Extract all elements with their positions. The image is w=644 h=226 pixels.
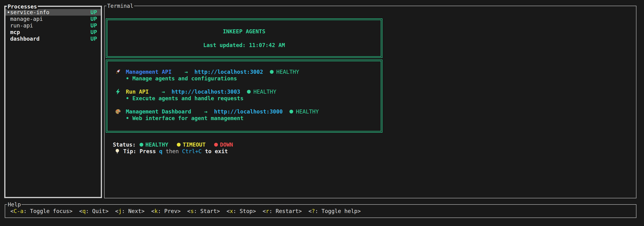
shortcut-restart: <r: Restart> xyxy=(262,208,302,214)
tip-prefix: Tip: Press xyxy=(123,148,159,154)
banner-title: INKEEP AGENTS xyxy=(223,28,265,35)
shortcut-next: <j: Next> xyxy=(115,208,145,214)
processes-panel[interactable]: Processes • service-info UP manage-api U… xyxy=(4,6,102,198)
shortcut-prev: <k: Prev> xyxy=(151,208,180,214)
lightbulb-icon xyxy=(114,148,120,154)
palette-icon xyxy=(115,109,121,115)
shortcut-toggle-help: <?: Toggle help> xyxy=(308,208,361,214)
shortcut-key: k xyxy=(154,208,158,214)
timeout-dot-icon xyxy=(177,143,180,147)
shortcut-toggle-focus: <C-a: Toggle focus> xyxy=(10,208,72,214)
tip-text: Tip: Press q then Ctrl+C to exit xyxy=(123,148,228,155)
process-row-mcp[interactable]: mcp UP xyxy=(6,29,101,36)
processes-panel-title: Processes xyxy=(7,3,38,10)
process-name: service-info xyxy=(10,9,90,16)
process-row-manage-api[interactable]: manage-api UP xyxy=(6,16,101,22)
service-name: Management API xyxy=(126,69,172,75)
service-description: • Manage agents and configurations xyxy=(108,75,381,82)
shortcut-key: s xyxy=(190,208,194,214)
legend-text: HEALTHY xyxy=(146,141,168,148)
process-row-service-info[interactable]: • service-info UP xyxy=(6,9,101,16)
process-name: mcp xyxy=(10,29,90,36)
down-dot-icon xyxy=(214,143,218,147)
shortcut-quit: <q: Quit> xyxy=(79,208,108,214)
status-legend: Status: HEALTHY TIMEOUT DOWN xyxy=(113,141,242,148)
service-name: Run API xyxy=(126,88,149,95)
healthy-dot-icon xyxy=(270,70,274,74)
selected-bullet-icon: • xyxy=(7,9,10,16)
service-url[interactable]: http://localhost:3003 xyxy=(172,88,240,95)
healthy-dot-icon xyxy=(247,90,251,94)
process-name: run-api xyxy=(10,22,90,29)
tip-key-q: q xyxy=(159,148,162,154)
services-box: Management API → http://localhost:3002 H… xyxy=(106,60,382,133)
shortcut-key: j xyxy=(118,208,122,214)
legend-label: Status: xyxy=(113,141,136,148)
zap-icon xyxy=(115,89,121,95)
rocket-icon xyxy=(115,69,121,75)
terminal-panel[interactable]: Terminal INKEEP AGENTS Last updated: 11:… xyxy=(104,6,636,198)
service-description: • Execute agents and handle requests xyxy=(108,95,381,102)
tip-line: Tip: Press q then Ctrl+C to exit xyxy=(113,148,228,155)
legend-entry-timeout: TIMEOUT xyxy=(177,141,206,148)
service-description: • Web interface for agent management xyxy=(108,115,381,122)
shortcut-key: r xyxy=(266,208,269,214)
process-name: dashboard xyxy=(10,36,90,42)
healthy-dot-icon xyxy=(140,143,143,147)
arrow-icon: → xyxy=(204,108,208,115)
banner-box: INKEEP AGENTS Last updated: 11:07:42 AM xyxy=(106,19,382,58)
service-entry-management-dashboard: Management Dashboard → http://localhost:… xyxy=(108,108,381,122)
service-line: Run API → http://localhost:3003 HEALTHY xyxy=(108,88,381,95)
shortcut-key: x xyxy=(230,208,233,214)
service-line: Management Dashboard → http://localhost:… xyxy=(108,108,381,115)
service-name: Management Dashboard xyxy=(126,108,191,115)
service-health-status: HEALTHY xyxy=(276,69,299,75)
shortcut-start: <s: Start> xyxy=(187,208,220,214)
arrow-icon: → xyxy=(184,69,188,75)
service-line: Management API → http://localhost:3002 H… xyxy=(108,69,381,75)
process-row-dashboard[interactable]: dashboard UP xyxy=(6,36,101,42)
help-panel: Help <C-a: Toggle focus> <q: Quit> <j: N… xyxy=(5,204,636,218)
terminal-output: INKEEP AGENTS Last updated: 11:07:42 AM xyxy=(104,6,636,198)
service-entry-run-api: Run API → http://localhost:3003 HEALTHY … xyxy=(108,88,381,102)
process-status-badge: UP xyxy=(90,29,97,36)
legend-text: TIMEOUT xyxy=(183,141,206,148)
shortcut-stop: <x: Stop> xyxy=(227,208,256,214)
service-entry-management-api: Management API → http://localhost:3002 H… xyxy=(108,69,381,82)
legend-text: DOWN xyxy=(220,141,233,148)
service-health-status: HEALTHY xyxy=(254,88,276,95)
process-status-badge: UP xyxy=(90,36,97,42)
tip-key-ctrl-c: Ctrl+C xyxy=(182,148,202,154)
shortcut-key: ? xyxy=(312,208,315,214)
process-status-badge: UP xyxy=(90,22,97,29)
process-status-badge: UP xyxy=(90,16,97,22)
process-status-badge: UP xyxy=(90,9,97,16)
service-url[interactable]: http://localhost:3000 xyxy=(214,108,283,115)
legend-entry-down: DOWN xyxy=(214,141,233,148)
process-list: • service-info UP manage-api UP run-api … xyxy=(6,7,101,42)
last-updated-text: Last updated: 11:07:42 AM xyxy=(203,42,285,49)
arrow-icon: → xyxy=(162,88,165,95)
shortcut-key: C-a xyxy=(14,208,24,214)
tip-suffix: to exit xyxy=(202,148,228,154)
shortcut-key: q xyxy=(82,208,86,214)
legend-entry-healthy: HEALTHY xyxy=(140,141,168,148)
help-panel-title: Help xyxy=(7,201,22,208)
terminal-screen: Processes • service-info UP manage-api U… xyxy=(0,0,644,226)
process-row-run-api[interactable]: run-api UP xyxy=(6,22,101,29)
help-shortcut-bar: <C-a: Toggle focus> <q: Quit> <j: Next> … xyxy=(5,205,636,214)
service-health-status: HEALTHY xyxy=(296,108,319,115)
tip-middle: then xyxy=(162,148,182,154)
process-name: manage-api xyxy=(10,16,90,22)
healthy-dot-icon xyxy=(290,110,293,113)
service-url[interactable]: http://localhost:3002 xyxy=(194,69,263,75)
